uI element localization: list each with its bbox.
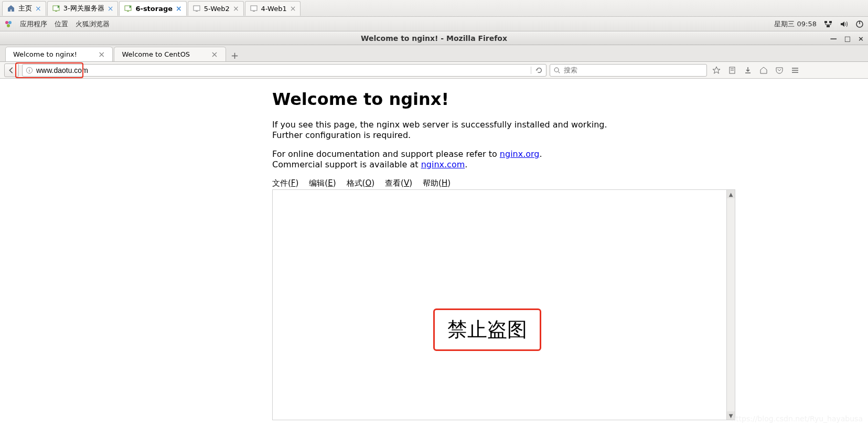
window-title-text: Welcome to nginx! - Mozilla Firefox bbox=[361, 34, 507, 42]
navigation-bar bbox=[0, 62, 868, 79]
panel-places[interactable]: 位置 bbox=[55, 19, 68, 29]
vm-tab-label: 5-Web2 bbox=[204, 5, 230, 13]
menu-help[interactable]: 帮助(H) bbox=[423, 178, 451, 188]
vm-tab-home[interactable]: 主页 × bbox=[2, 1, 46, 16]
vm-tab-web2[interactable]: 5-Web2 × bbox=[188, 1, 244, 16]
vm-tab-web1[interactable]: 4-Web1 × bbox=[245, 1, 301, 16]
home-icon bbox=[7, 4, 15, 13]
library-icon[interactable] bbox=[728, 66, 736, 74]
close-icon[interactable]: × bbox=[35, 4, 41, 13]
home-icon[interactable] bbox=[759, 66, 768, 74]
url-bar[interactable] bbox=[22, 64, 546, 77]
minimize-button[interactable]: — bbox=[830, 35, 837, 42]
vm-tab-storage[interactable]: 6-storage × bbox=[119, 1, 186, 16]
toolbar-right bbox=[710, 66, 801, 74]
vm-icon bbox=[124, 4, 132, 13]
vm-tab-label: 6-storage bbox=[135, 5, 173, 13]
close-icon[interactable]: × bbox=[290, 4, 296, 13]
back-button[interactable] bbox=[4, 63, 19, 77]
embedded-text-area: 禁止盗图 ▲ ▼ bbox=[272, 189, 735, 420]
search-input[interactable] bbox=[564, 66, 703, 74]
close-icon[interactable]: × bbox=[211, 49, 218, 59]
close-icon[interactable]: × bbox=[98, 49, 105, 59]
refresh-button[interactable] bbox=[531, 67, 543, 74]
svg-point-12 bbox=[554, 68, 559, 72]
nginx-com-link[interactable]: nginx.com bbox=[421, 159, 465, 169]
url-input[interactable] bbox=[36, 66, 528, 74]
svg-rect-2 bbox=[194, 6, 200, 10]
volume-icon[interactable] bbox=[840, 20, 848, 28]
svg-rect-3 bbox=[251, 6, 257, 10]
vm-tab-label: 主页 bbox=[18, 4, 32, 13]
menu-file[interactable]: 文件(F) bbox=[272, 178, 298, 188]
close-icon[interactable]: × bbox=[233, 4, 239, 13]
scroll-up-icon[interactable]: ▲ bbox=[727, 190, 735, 198]
panel-clock[interactable]: 星期三 09:58 bbox=[774, 19, 817, 29]
nginx-paragraph-1: If you see this page, the nginx web serv… bbox=[272, 120, 744, 141]
bookmark-star-icon[interactable] bbox=[712, 66, 721, 74]
panel-left: 应用程序 位置 火狐浏览器 bbox=[4, 19, 110, 29]
panel-applications[interactable]: 应用程序 bbox=[20, 19, 47, 29]
scrollbar[interactable]: ▲ ▼ bbox=[726, 190, 735, 420]
svg-rect-9 bbox=[827, 25, 830, 27]
svg-point-5 bbox=[8, 21, 12, 24]
panel-firefox[interactable]: 火狐浏览器 bbox=[76, 19, 110, 29]
svg-rect-7 bbox=[824, 21, 827, 23]
embedded-menubar: 文件(F) 编辑(E) 格式(O) 查看(V) 帮助(H) bbox=[272, 178, 735, 188]
vm-tab-gateway[interactable]: 3-网关服务器 × bbox=[47, 1, 119, 16]
maximize-button[interactable]: □ bbox=[844, 35, 851, 42]
downloads-icon[interactable] bbox=[744, 66, 752, 74]
svg-point-6 bbox=[7, 24, 10, 27]
vm-tab-label: 3-网关服务器 bbox=[63, 4, 104, 13]
vm-icon bbox=[52, 4, 60, 13]
activities-icon[interactable] bbox=[4, 20, 13, 28]
search-bar[interactable] bbox=[550, 64, 707, 77]
nginx-paragraph-2: For online documentation and support ple… bbox=[272, 149, 744, 170]
browser-tab-label: Welcome to CentOS bbox=[122, 50, 190, 58]
nginx-welcome: Welcome to nginx! If you see this page, … bbox=[272, 89, 744, 170]
window-titlebar: Welcome to nginx! - Mozilla Firefox — □ … bbox=[0, 31, 868, 45]
source-watermark: https://blog.csdn.net/Ryu_hayabusa bbox=[731, 414, 863, 423]
close-icon[interactable]: × bbox=[176, 4, 182, 13]
svg-rect-8 bbox=[829, 21, 832, 23]
info-icon[interactable] bbox=[26, 67, 33, 74]
nginx-org-link[interactable]: nginx.org bbox=[500, 149, 540, 159]
search-icon bbox=[553, 67, 561, 74]
power-icon[interactable] bbox=[855, 20, 864, 28]
window-controls: — □ × bbox=[830, 35, 864, 42]
menu-view[interactable]: 查看(V) bbox=[385, 178, 412, 188]
watermark-annotation: 禁止盗图 bbox=[433, 308, 541, 351]
close-icon[interactable]: × bbox=[108, 4, 114, 13]
scroll-down-icon[interactable]: ▼ bbox=[727, 411, 735, 420]
page-content: Welcome to nginx! If you see this page, … bbox=[0, 79, 868, 426]
page-heading: Welcome to nginx! bbox=[272, 89, 744, 109]
close-button[interactable]: × bbox=[858, 35, 864, 42]
browser-tab-nginx[interactable]: Welcome to nginx! × bbox=[5, 47, 113, 61]
network-icon[interactable] bbox=[824, 20, 832, 28]
new-tab-button[interactable]: + bbox=[227, 49, 243, 61]
panel-right: 星期三 09:58 bbox=[774, 19, 864, 29]
menu-icon[interactable] bbox=[791, 66, 799, 74]
vm-tab-label: 4-Web1 bbox=[261, 5, 287, 13]
vm-icon bbox=[192, 4, 201, 13]
vm-icon bbox=[250, 4, 258, 13]
pocket-icon[interactable] bbox=[775, 66, 784, 74]
browser-tab-centos[interactable]: Welcome to CentOS × bbox=[114, 47, 226, 61]
menu-edit[interactable]: 编辑(E) bbox=[309, 178, 336, 188]
browser-tab-label: Welcome to nginx! bbox=[13, 50, 77, 58]
desktop-panel: 应用程序 位置 火狐浏览器 星期三 09:58 bbox=[0, 17, 868, 31]
vm-tab-bar: 主页 × 3-网关服务器 × 6-storage × 5-Web2 × 4-We… bbox=[0, 0, 868, 17]
menu-format[interactable]: 格式(O) bbox=[347, 178, 375, 188]
svg-point-4 bbox=[5, 21, 8, 24]
browser-tab-bar: Welcome to nginx! × Welcome to CentOS × … bbox=[0, 45, 868, 62]
